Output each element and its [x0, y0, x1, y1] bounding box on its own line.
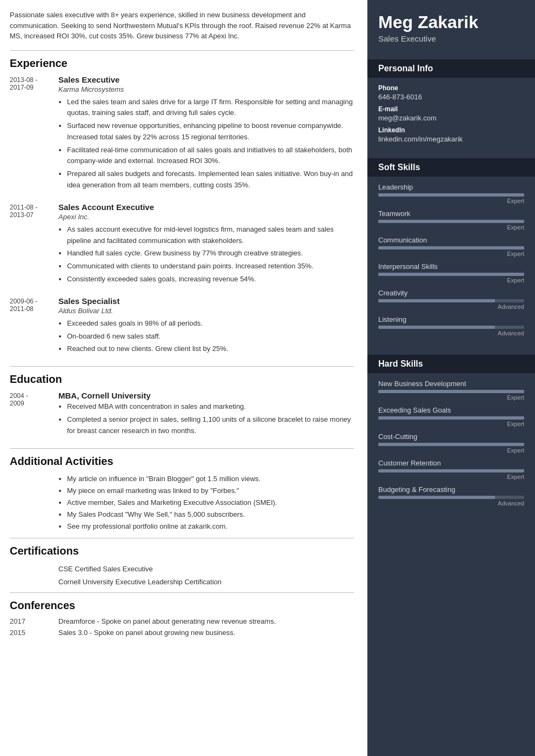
- education-section: 2004 - 2009MBA, Cornell UniversityReceiv…: [10, 391, 354, 438]
- skill-item: TeamworkExpert: [378, 210, 524, 231]
- personal-info-heading: Personal Info: [367, 59, 535, 78]
- activity-item: My article on influence in "Brain Blogge…: [67, 473, 354, 485]
- skill-bar-background: [378, 326, 524, 329]
- experience-item: 2013-08 - 2017-09Sales ExecutiveKarma Mi…: [10, 75, 354, 193]
- experience-heading: Experience: [10, 57, 354, 70]
- skill-item: CreativityAdvanced: [378, 289, 524, 310]
- skill-level: Expert: [378, 474, 524, 480]
- conf-text: Sales 3.0 - Spoke on panel about growing…: [58, 629, 354, 637]
- entry-company: Aldus Bolivar Ltd.: [58, 307, 354, 315]
- skill-name: Interpersonal Skills: [378, 262, 524, 271]
- bullet-item: Reached out to new clients. Grew client …: [67, 343, 354, 355]
- experience-item: 2009-06 - 2011-08Sales SpecialistAldus B…: [10, 296, 354, 356]
- skill-name: Leadership: [378, 183, 524, 191]
- bullet-item: As sales account executive for mid-level…: [67, 224, 354, 247]
- skill-bar-background: [378, 469, 524, 473]
- email-value: meg@zakarik.com: [378, 114, 524, 122]
- entry-company: Apexi Inc.: [58, 213, 354, 221]
- entry-date: 2009-06 - 2011-08: [10, 296, 58, 356]
- skill-name: Teamwork: [378, 210, 524, 218]
- bullet-item: Handled full sales cycle. Grew business …: [67, 248, 354, 259]
- entry-content: Sales SpecialistAldus Bolivar Ltd.Exceed…: [58, 296, 354, 356]
- entry-company: Karma Microsystems: [58, 85, 354, 93]
- skill-item: New Business DevelopmentExpert: [378, 380, 524, 401]
- entry-bullets: As sales account executive for mid-level…: [58, 224, 354, 285]
- skill-item: LeadershipExpert: [378, 183, 524, 204]
- skill-item: Exceeding Sales GoalsExpert: [378, 406, 524, 427]
- bullet-item: Facilitated real-time communication of a…: [67, 145, 354, 167]
- conf-text: Dreamforce - Spoke on panel about genera…: [58, 617, 354, 625]
- skill-bar-background: [378, 390, 524, 393]
- conference-item: 2017Dreamforce - Spoke on panel about ge…: [10, 617, 354, 625]
- skill-bar-fill: [378, 390, 524, 393]
- skill-item: ListeningAdvanced: [378, 315, 524, 336]
- conferences-section: 2017Dreamforce - Spoke on panel about ge…: [10, 617, 354, 637]
- skill-item: Customer RetentionExpert: [378, 459, 524, 480]
- edu-bullets: Received MBA with concentration in sales…: [58, 401, 354, 436]
- conference-item: 2015Sales 3.0 - Spoke on panel about gro…: [10, 629, 354, 637]
- soft-skills-heading: Soft Skills: [367, 158, 535, 177]
- skill-bar-fill: [378, 193, 524, 197]
- certifications-list: CSE Certified Sales ExecutiveCornell Uni…: [58, 563, 354, 588]
- soft-skills-list: LeadershipExpertTeamworkExpertCommunicat…: [378, 183, 524, 336]
- soft-skills-section: Soft Skills LeadershipExpertTeamworkExpe…: [367, 151, 535, 347]
- skill-level: Expert: [378, 198, 524, 204]
- edu-title: MBA, Cornell University: [58, 391, 354, 400]
- bullet-item: Consistently exceeded sales goals, incre…: [67, 274, 354, 285]
- entry-bullets: Exceeded sales goals in 98% of all perio…: [58, 318, 354, 355]
- certifications-heading: Certifications: [10, 545, 354, 557]
- linkedin-label: LinkedIn: [378, 126, 524, 134]
- email-label: E-mail: [378, 105, 524, 113]
- skill-level: Advanced: [378, 500, 524, 507]
- skill-level: Expert: [378, 421, 524, 427]
- entry-title: Sales Specialist: [58, 296, 354, 306]
- conferences-heading: Conferences: [10, 599, 354, 612]
- skill-bar-fill: [378, 326, 495, 329]
- hard-skills-section: Hard Skills New Business DevelopmentExpe…: [367, 347, 535, 517]
- activity-item: My piece on email marketing was linked t…: [67, 485, 354, 497]
- conf-year: 2017: [10, 617, 58, 625]
- personal-info-section: Personal Info Phone 646-873-6016 E-mail …: [367, 52, 535, 151]
- skill-bar-fill: [378, 299, 495, 302]
- entry-content: Sales ExecutiveKarma MicrosystemsLed the…: [58, 75, 354, 193]
- skill-level: Advanced: [378, 303, 524, 310]
- entry-title: Sales Executive: [58, 75, 354, 84]
- skill-name: Cost-Cutting: [378, 433, 524, 441]
- skill-level: Expert: [378, 224, 524, 231]
- skill-bar-fill: [378, 220, 524, 223]
- skill-item: Budgeting & ForecastingAdvanced: [378, 485, 524, 507]
- bullet-item: Exceeded sales goals in 98% of all perio…: [67, 318, 354, 329]
- skill-bar-background: [378, 299, 524, 302]
- skill-bar-background: [378, 443, 524, 446]
- skill-item: Interpersonal SkillsExpert: [378, 262, 524, 284]
- conf-year: 2015: [10, 629, 58, 637]
- edu-date: 2004 - 2009: [10, 391, 58, 438]
- entry-date: 2013-08 - 2017-09: [10, 75, 58, 193]
- skill-bar-background: [378, 496, 524, 499]
- skill-level: Expert: [378, 447, 524, 454]
- education-heading: Education: [10, 373, 354, 386]
- edu-content: MBA, Cornell UniversityReceived MBA with…: [58, 391, 354, 438]
- skill-bar-fill: [378, 246, 524, 249]
- skill-bar-background: [378, 246, 524, 249]
- candidate-name: Meg Zakarik: [378, 13, 524, 32]
- skill-level: Expert: [378, 277, 524, 284]
- phone-value: 646-873-6016: [378, 93, 524, 101]
- left-column: Passionate sales executive with 8+ years…: [0, 0, 367, 756]
- bullet-item: Completed a senior project in sales, sel…: [67, 414, 354, 437]
- skill-name: New Business Development: [378, 380, 524, 388]
- skill-bar-background: [378, 273, 524, 276]
- skill-name: Communication: [378, 236, 524, 244]
- skill-bar-background: [378, 416, 524, 420]
- linkedin-value: linkedin.com/in/megzakarik: [378, 135, 524, 143]
- summary: Passionate sales executive with 8+ years…: [10, 10, 354, 42]
- bullet-item: Received MBA with concentration in sales…: [67, 401, 354, 413]
- entry-bullets: Led the sales team and sales drive for a…: [58, 97, 354, 191]
- skill-name: Exceeding Sales Goals: [378, 406, 524, 414]
- skill-bar-fill: [378, 469, 524, 473]
- entry-content: Sales Account ExecutiveApexi Inc.As sale…: [58, 202, 354, 287]
- experience-item: 2011-08 - 2013-07Sales Account Executive…: [10, 202, 354, 287]
- right-column: Meg Zakarik Sales Executive Personal Inf…: [367, 0, 535, 756]
- activity-item: Active member, Sales and Marketing Execu…: [67, 497, 354, 509]
- entry-date: 2011-08 - 2013-07: [10, 202, 58, 287]
